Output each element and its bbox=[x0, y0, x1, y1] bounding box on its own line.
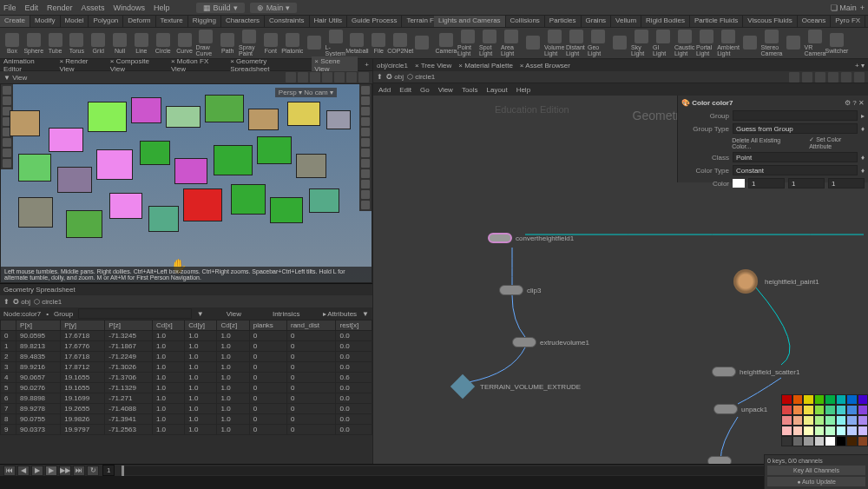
set-color-checkbox[interactable]: ✓ Set Color Attribute bbox=[809, 136, 865, 149]
add-tab-icon[interactable]: + ▾ bbox=[855, 62, 865, 69]
column-header[interactable]: P[z] bbox=[105, 320, 153, 331]
net-menu-item[interactable]: Edit bbox=[399, 86, 411, 94]
class-dropdown[interactable]: Point bbox=[733, 152, 858, 162]
shelf-tab[interactable]: Particle Fluids bbox=[690, 16, 743, 27]
palette-swatch[interactable] bbox=[858, 426, 869, 436]
palette-swatch[interactable] bbox=[792, 405, 804, 415]
palette-swatch[interactable] bbox=[836, 436, 847, 446]
column-header[interactable]: planks bbox=[249, 320, 286, 331]
tool-icon[interactable] bbox=[3, 138, 11, 147]
shelf-tab[interactable]: Viscous Fluids bbox=[743, 16, 797, 27]
palette-swatch[interactable] bbox=[792, 394, 804, 405]
display-tool-icon[interactable] bbox=[361, 149, 370, 157]
palette-swatch[interactable] bbox=[803, 415, 814, 426]
shelf-tool-icon[interactable] bbox=[740, 30, 760, 56]
table-row[interactable]: 689.889819.1699-71.2711.01.01.0000.0 bbox=[1, 393, 372, 404]
delete-color-checkbox[interactable]: Delete All Existing Color... bbox=[732, 137, 800, 149]
palette-swatch[interactable] bbox=[858, 405, 869, 415]
shelf-tool-icon[interactable]: GI Light bbox=[653, 30, 674, 56]
display-tool-icon[interactable] bbox=[361, 201, 370, 209]
display-tool-icon[interactable] bbox=[361, 117, 370, 126]
shelf-tab[interactable]: Rigging bbox=[188, 16, 221, 27]
palette-swatch[interactable] bbox=[836, 405, 847, 415]
node-unpack[interactable]: unpack1 bbox=[713, 404, 767, 414]
shelf-tool-icon[interactable]: Curve bbox=[174, 30, 195, 56]
viewport-tool[interactable] bbox=[358, 72, 369, 83]
shelf-tool-icon[interactable]: File bbox=[368, 30, 389, 56]
table-row[interactable]: 789.927819.2655-71.40881.01.01.0000.0 bbox=[1, 404, 372, 414]
shelf-tool-icon[interactable]: Box bbox=[2, 30, 23, 56]
viewport-tool[interactable] bbox=[286, 72, 296, 83]
shelf-tool-icon[interactable]: Torus bbox=[66, 30, 87, 56]
display-tool-icon[interactable] bbox=[361, 107, 370, 116]
column-header[interactable]: rand_dist bbox=[287, 320, 336, 331]
palette-swatch[interactable] bbox=[781, 405, 792, 415]
path-up-icon[interactable]: ⬆ bbox=[377, 73, 383, 81]
colortype-dropdown[interactable]: Constant bbox=[733, 165, 858, 175]
palette-swatch[interactable] bbox=[836, 394, 847, 405]
shelf-tab[interactable]: Collisions bbox=[506, 16, 545, 27]
palette-swatch[interactable] bbox=[858, 415, 869, 426]
network-tool-icon[interactable] bbox=[828, 72, 838, 83]
table-row[interactable]: 289.483517.6718-71.22491.01.01.0000.0 bbox=[1, 352, 372, 362]
column-header[interactable]: Cd[x] bbox=[152, 320, 184, 331]
pane-tab[interactable]: × Tree View bbox=[415, 62, 451, 69]
layout-main[interactable]: ❏ Main bbox=[831, 3, 857, 12]
color-b-input[interactable]: 1 bbox=[828, 178, 865, 188]
shelf-tab[interactable]: Particles bbox=[545, 16, 582, 27]
shelf-tab[interactable]: Pyro FX bbox=[831, 16, 865, 27]
palette-swatch[interactable] bbox=[792, 436, 804, 446]
shelf-tab[interactable]: Constraints bbox=[265, 16, 309, 27]
palette-swatch[interactable] bbox=[846, 436, 858, 446]
shelf-tool-icon[interactable]: Area Light bbox=[501, 30, 522, 56]
shelf-tool-icon[interactable]: Caustic Light bbox=[674, 30, 695, 56]
table-row[interactable]: 590.027619.1655-71.13291.01.01.0000.0 bbox=[1, 383, 372, 393]
shelf-tab[interactable]: Lights and Cameras bbox=[434, 16, 506, 27]
ss-tab[interactable]: View bbox=[227, 310, 241, 318]
palette-swatch[interactable] bbox=[781, 436, 792, 446]
shelf-tool-icon[interactable]: Metaball bbox=[346, 30, 367, 56]
viewport-tool[interactable] bbox=[322, 72, 332, 83]
palette-swatch[interactable] bbox=[803, 405, 814, 415]
shelf-tool-icon[interactable] bbox=[783, 30, 804, 56]
palette-swatch[interactable] bbox=[846, 405, 858, 415]
palette-swatch[interactable] bbox=[825, 415, 836, 426]
menu-help[interactable]: Help bbox=[154, 3, 170, 12]
display-tool-icon[interactable] bbox=[361, 159, 370, 168]
palette-swatch[interactable] bbox=[814, 405, 825, 415]
shelf-tool-icon[interactable]: Font bbox=[260, 30, 281, 56]
display-tool-icon[interactable] bbox=[361, 180, 370, 188]
prev-frame-button[interactable]: ◀ bbox=[17, 466, 30, 476]
shelf-tab[interactable]: Create bbox=[0, 16, 30, 27]
shelf-tool-icon[interactable]: Camera bbox=[436, 30, 457, 56]
ss-tab[interactable]: Intrinsics bbox=[273, 310, 300, 318]
network-tool-icon[interactable] bbox=[802, 72, 812, 83]
spreadsheet-table[interactable]: P[x]P[y]P[z]Cd[x]Cd[y]Cd[z]planksrand_di… bbox=[0, 320, 372, 464]
column-header[interactable] bbox=[1, 320, 16, 331]
frame-input[interactable]: 1 bbox=[102, 465, 115, 476]
net-menu-item[interactable]: Go bbox=[420, 86, 430, 94]
menu-assets[interactable]: Assets bbox=[82, 3, 105, 12]
node-heightfield-scatter[interactable]: heightfield_scatter1 bbox=[712, 367, 799, 377]
node-extrudevolume[interactable]: extrudevolume1 bbox=[512, 337, 589, 347]
viewport-tool[interactable] bbox=[298, 72, 308, 83]
table-row[interactable]: 890.075519.9826-71.39411.01.01.0000.0 bbox=[1, 414, 372, 425]
viewport-tool[interactable] bbox=[310, 72, 320, 83]
shelf-tool-icon[interactable]: COP2Net bbox=[390, 30, 411, 56]
shelf-tool-icon[interactable]: Sky Light bbox=[631, 30, 652, 56]
pane-tab[interactable]: × Geometry Spreadsheet bbox=[230, 57, 305, 73]
display-tool-icon[interactable] bbox=[361, 190, 370, 199]
shelf-tool-icon[interactable] bbox=[411, 30, 432, 56]
shelf-tool-icon[interactable]: Geo Light bbox=[588, 30, 608, 56]
color-palette[interactable] bbox=[781, 394, 868, 446]
display-tool-icon[interactable] bbox=[361, 138, 370, 147]
palette-swatch[interactable] bbox=[781, 415, 792, 426]
palette-swatch[interactable] bbox=[846, 415, 858, 426]
table-row[interactable]: 389.921617.8712-71.30261.01.01.0000.0 bbox=[1, 362, 372, 373]
shelf-tool-icon[interactable]: Volume Light bbox=[544, 30, 565, 56]
column-header[interactable]: Cd[y] bbox=[185, 320, 217, 331]
path-part[interactable]: ✪ obj bbox=[386, 73, 404, 81]
table-row[interactable]: 990.037319.9797-71.25631.01.01.0000.0 bbox=[1, 425, 372, 435]
pane-tab[interactable]: × Composite View bbox=[110, 57, 164, 73]
color-r-input[interactable]: 1 bbox=[748, 178, 785, 188]
